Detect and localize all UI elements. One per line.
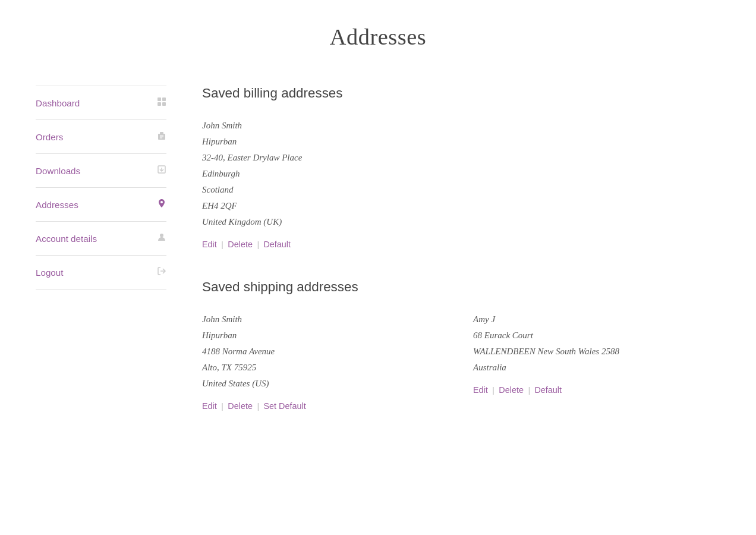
shipping-2-name: Amy J xyxy=(473,311,720,328)
shipping-1-edit-link[interactable]: Edit xyxy=(202,401,217,411)
shipping-2-country: Australia xyxy=(473,360,720,376)
billing-name: John Smith xyxy=(202,118,720,134)
billing-section-title: Saved billing addresses xyxy=(202,86,720,101)
sidebar: Dashboard Orders xyxy=(36,86,166,289)
billing-section: Saved billing addresses John Smith Hipur… xyxy=(202,86,720,250)
svg-rect-1 xyxy=(162,97,166,101)
shipping-1-country: United States (US) xyxy=(202,376,449,392)
shipping-grid: John Smith Hipurban 4188 Norma Avenue Al… xyxy=(202,311,720,441)
shipping-address-1: John Smith Hipurban 4188 Norma Avenue Al… xyxy=(202,311,449,441)
billing-address-block: John Smith Hipurban 32-40, Easter Drylaw… xyxy=(202,118,720,230)
sidebar-item-dashboard[interactable]: Dashboard xyxy=(36,86,166,120)
sidebar-item-addresses[interactable]: Addresses xyxy=(36,188,166,222)
shipping-2-delete-link[interactable]: Delete xyxy=(499,385,524,395)
shipping-2-default-link[interactable]: Default xyxy=(534,385,562,395)
billing-company: Hipurban xyxy=(202,134,720,150)
page-title: Addresses xyxy=(36,24,720,50)
svg-rect-0 xyxy=(158,97,161,101)
dashboard-icon xyxy=(157,97,166,109)
separator: | xyxy=(222,240,223,249)
shipping-1-name: John Smith xyxy=(202,311,449,328)
billing-region: Scotland xyxy=(202,182,720,198)
logout-icon xyxy=(157,266,166,278)
billing-country: United Kingdom (UK) xyxy=(202,214,720,230)
billing-address-actions: Edit | Delete | Default xyxy=(202,240,720,250)
sidebar-item-label: Orders xyxy=(36,132,63,142)
sidebar-item-logout[interactable]: Logout xyxy=(36,256,166,289)
billing-default-link[interactable]: Default xyxy=(263,240,291,249)
separator: | xyxy=(257,401,259,411)
sidebar-item-downloads[interactable]: Downloads xyxy=(36,154,166,188)
billing-edit-link[interactable]: Edit xyxy=(202,240,217,249)
sidebar-item-label: Account details xyxy=(36,234,97,244)
shipping-1-street: 4188 Norma Avenue xyxy=(202,344,449,360)
svg-rect-3 xyxy=(162,102,166,106)
billing-street: 32-40, Easter Drylaw Place xyxy=(202,150,720,166)
orders-icon xyxy=(157,131,166,143)
content-area: Saved billing addresses John Smith Hipur… xyxy=(202,86,720,441)
sidebar-item-account-details[interactable]: Account details xyxy=(36,222,166,256)
shipping-1-delete-link[interactable]: Delete xyxy=(228,401,253,411)
addresses-icon xyxy=(157,199,166,210)
billing-postcode: EH4 2QF xyxy=(202,198,720,214)
shipping-2-actions: Edit | Delete | Default xyxy=(473,385,720,395)
sidebar-item-orders[interactable]: Orders xyxy=(36,120,166,154)
sidebar-item-label: Dashboard xyxy=(36,98,80,108)
downloads-icon xyxy=(157,165,166,177)
shipping-address-2: Amy J 68 Eurack Court WALLENDBEEN New So… xyxy=(473,311,720,441)
page-wrapper: Addresses Dashboard Orders xyxy=(0,0,756,465)
shipping-1-company: Hipurban xyxy=(202,328,449,344)
sidebar-item-label: Downloads xyxy=(36,166,80,176)
svg-rect-5 xyxy=(160,132,163,134)
shipping-address-block-1: John Smith Hipurban 4188 Norma Avenue Al… xyxy=(202,311,449,392)
separator: | xyxy=(222,401,223,411)
separator: | xyxy=(257,240,259,249)
shipping-1-actions: Edit | Delete | Set Default xyxy=(202,401,449,411)
sidebar-item-label: Addresses xyxy=(36,200,78,210)
svg-point-11 xyxy=(160,234,163,237)
shipping-2-edit-link[interactable]: Edit xyxy=(473,385,488,395)
main-layout: Dashboard Orders xyxy=(36,86,720,441)
shipping-2-street: 68 Eurack Court xyxy=(473,328,720,344)
svg-rect-2 xyxy=(158,102,161,106)
account-icon xyxy=(157,232,166,244)
separator: | xyxy=(528,385,530,395)
billing-city: Edinburgh xyxy=(202,166,720,182)
billing-delete-link[interactable]: Delete xyxy=(228,240,253,249)
shipping-section: Saved shipping addresses John Smith Hipu… xyxy=(202,279,720,441)
separator: | xyxy=(493,385,494,395)
shipping-address-block-2: Amy J 68 Eurack Court WALLENDBEEN New So… xyxy=(473,311,720,376)
sidebar-item-label: Logout xyxy=(36,268,63,278)
shipping-section-title: Saved shipping addresses xyxy=(202,279,720,295)
shipping-1-set-default-link[interactable]: Set Default xyxy=(263,401,305,411)
shipping-2-city: WALLENDBEEN New South Wales 2588 xyxy=(473,344,720,360)
shipping-1-city: Alto, TX 75925 xyxy=(202,360,449,376)
